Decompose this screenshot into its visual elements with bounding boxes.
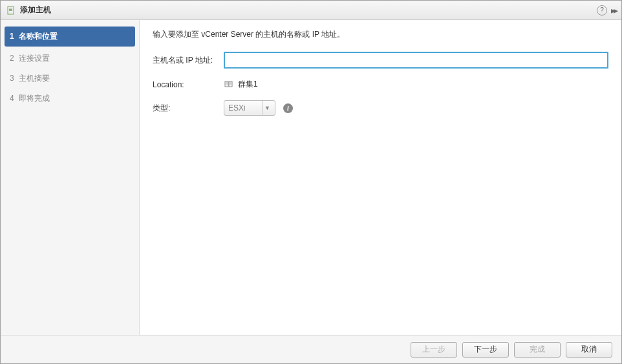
step-summary: 3 主机摘要	[1, 69, 139, 89]
cluster-icon	[224, 80, 234, 90]
step-number: 2	[10, 54, 19, 63]
info-icon[interactable]: i	[283, 103, 293, 113]
dialog-body: 1 名称和位置 2 连接设置 3 主机摘要 4 即将完成 输入要添加至 vCen…	[1, 20, 621, 335]
finish-button: 完成	[514, 342, 561, 358]
dialog-footer: 上一步 下一步 完成 取消	[1, 335, 621, 363]
type-row: 类型: ESXi ▼ i	[153, 100, 608, 116]
hostname-input[interactable]	[224, 52, 608, 69]
wizard-sidebar: 1 名称和位置 2 连接设置 3 主机摘要 4 即将完成	[1, 20, 140, 335]
help-icon[interactable]: ?	[597, 5, 607, 16]
step-label: 名称和位置	[19, 31, 58, 42]
step-label: 即将完成	[19, 93, 50, 104]
next-button[interactable]: 下一步	[462, 342, 509, 358]
step-label: 连接设置	[19, 53, 50, 64]
step-number: 3	[10, 74, 19, 83]
chevron-down-icon: ▼	[262, 101, 272, 115]
svg-rect-2	[9, 9, 12, 10]
location-row: Location: 群集1	[153, 79, 608, 90]
step-number: 1	[10, 32, 19, 41]
instruction-text: 输入要添加至 vCenter Server 的主机的名称或 IP 地址。	[153, 29, 608, 40]
hostname-row: 主机名或 IP 地址:	[153, 52, 608, 69]
location-value: 群集1	[238, 79, 258, 90]
back-button: 上一步	[411, 342, 457, 358]
host-icon	[6, 5, 16, 16]
titlebar: 添加主机 ? ▸▸	[1, 1, 621, 20]
cancel-button[interactable]: 取消	[566, 342, 612, 358]
hostname-label: 主机名或 IP 地址:	[153, 55, 224, 66]
collapse-icon[interactable]: ▸▸	[611, 5, 616, 16]
type-label: 类型:	[153, 103, 224, 114]
dialog-title: 添加主机	[20, 5, 597, 16]
svg-rect-1	[9, 8, 12, 8]
titlebar-controls: ? ▸▸	[597, 5, 616, 16]
step-connection: 2 连接设置	[1, 48, 139, 69]
svg-rect-3	[9, 10, 12, 11]
location-label: Location:	[153, 80, 224, 89]
type-select: ESXi ▼	[224, 100, 275, 116]
type-value: ESXi	[228, 103, 246, 112]
main-panel: 输入要添加至 vCenter Server 的主机的名称或 IP 地址。 主机名…	[140, 20, 621, 335]
step-complete: 4 即将完成	[1, 89, 139, 109]
step-number: 4	[10, 94, 19, 103]
add-host-dialog: 添加主机 ? ▸▸ 1 名称和位置 2 连接设置 3 主机摘要 4 即将完成	[0, 0, 622, 364]
step-label: 主机摘要	[19, 73, 50, 84]
step-name-location[interactable]: 1 名称和位置	[5, 27, 135, 47]
